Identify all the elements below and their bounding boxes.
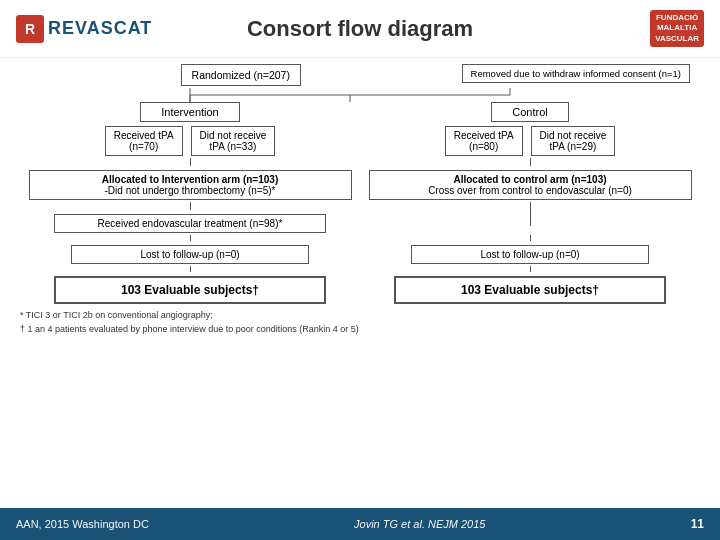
left-received-endovascular: Received endovascular treatment (n=98)* xyxy=(54,214,326,233)
footer: AAN, 2015 Washington DC Jovin TG et al. … xyxy=(0,508,720,540)
footnote-1: * TICI 3 or TICI 2b on conventional angi… xyxy=(20,308,700,322)
randomized-box: Randomized (n=207) xyxy=(181,64,301,86)
page-title: Consort flow diagram xyxy=(247,16,473,42)
control-header: Control xyxy=(491,102,568,122)
left-did-not-receive-tpa: Did not receivetPA (n=33) xyxy=(191,126,276,156)
left-evaluable: 103 Evaluable subjects† xyxy=(54,276,326,304)
footer-conference: AAN, 2015 Washington DC xyxy=(16,518,149,530)
right-lost-followup: Lost to follow-up (n=0) xyxy=(411,245,649,264)
footer-page-number: 11 xyxy=(691,517,704,531)
main-content: Randomized (n=207) Removed due to withdr… xyxy=(0,58,720,342)
revascat-icon: R xyxy=(16,15,44,43)
right-evaluable: 103 Evaluable subjects† xyxy=(394,276,666,304)
footnote-2: † 1 an 4 patients evaluated by phone int… xyxy=(20,322,700,336)
logo-text: REVASCAT xyxy=(48,18,152,39)
footnotes: * TICI 3 or TICI 2b on conventional angi… xyxy=(20,308,700,336)
right-allocated-box: Allocated to control arm (n=103) Cross o… xyxy=(369,170,692,200)
removed-box: Removed due to withdraw informed consent… xyxy=(462,64,690,83)
logo-left: R REVASCAT xyxy=(16,15,152,43)
left-allocated-box: Allocated to Intervention arm (n=103) -D… xyxy=(29,170,352,200)
footer-citation: Jovin TG et al. NEJM 2015 xyxy=(354,518,485,530)
left-lost-followup: Lost to follow-up (n=0) xyxy=(71,245,309,264)
right-did-not-receive-tpa: Did not receivetPA (n=29) xyxy=(531,126,616,156)
top-connectors-svg xyxy=(20,88,700,102)
intervention-header: Intervention xyxy=(140,102,239,122)
fundacio-logo: FUNDACIÓ MALALTIA VASCULAR xyxy=(650,10,704,47)
left-received-tpa: Received tPA(n=70) xyxy=(105,126,183,156)
logo-right: FUNDACIÓ MALALTIA VASCULAR xyxy=(650,10,704,47)
header: R REVASCAT Consort flow diagram FUNDACIÓ… xyxy=(0,0,720,58)
right-received-tpa: Received tPA(n=80) xyxy=(445,126,523,156)
